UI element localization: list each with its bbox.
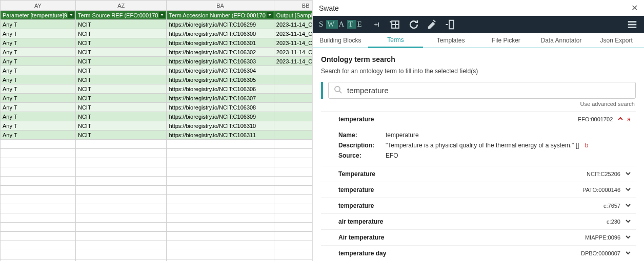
cell[interactable]: Any T [1, 84, 76, 94]
cell[interactable]: 2023-11-14_C9.xlsx [274, 29, 313, 38]
remove-column-icon[interactable] [445, 19, 456, 30]
cell[interactable]: NCIT [75, 57, 167, 66]
cell[interactable]: NCIT [75, 75, 167, 84]
table-row[interactable]: Any TNCIThttps://bioregistry.io/NCIT:C10… [1, 48, 313, 57]
cell[interactable]: NCIT [75, 29, 167, 38]
table-row[interactable]: Any TNCIThttps://bioregistry.io/NCIT:C10… [1, 94, 313, 103]
table-row[interactable]: Any TNCIThttps://bioregistry.io/NCIT:C10… [1, 20, 313, 29]
cell[interactable]: https://bioregistry.io/NCIT:C106302 [167, 48, 274, 57]
cell[interactable] [274, 84, 313, 94]
cell[interactable]: NCIT [75, 38, 167, 48]
cell[interactable]: NCIT [75, 94, 167, 103]
cell[interactable]: Any T [1, 121, 76, 130]
table-header-cell[interactable]: Term Source REF (EFO:000170 [75, 11, 167, 20]
spreadsheet[interactable]: AYAZBABBBC Parameter [temperature]9Term … [0, 0, 313, 261]
cell[interactable]: 2023-11-14_C10.xlsx [274, 38, 313, 48]
cell[interactable]: https://bioregistry.io/NCIT:C106304 [167, 66, 274, 75]
result-row[interactable]: temperaturec:7657 [321, 198, 636, 213]
table-row[interactable]: Any TNCIThttps://bioregistry.io/NCIT:C10… [1, 84, 313, 94]
cell[interactable]: Any T [1, 66, 76, 75]
cell[interactable]: NCIT [75, 121, 167, 130]
column-header[interactable]: BA [167, 1, 274, 11]
table-row[interactable]: Any TNCIThttps://bioregistry.io/NCIT:C10… [1, 103, 313, 112]
cell[interactable]: NCIT [75, 48, 167, 57]
table-header-cell[interactable]: Output [Sample Nam [274, 11, 313, 20]
cell[interactable]: NCIT [75, 84, 167, 94]
table-row[interactable]: Any TNCIThttps://bioregistry.io/NCIT:C10… [1, 112, 313, 121]
cell[interactable]: https://bioregistry.io/NCIT:C106299 [167, 20, 274, 29]
tab-terms[interactable]: Terms [368, 33, 424, 48]
cell[interactable]: Any T [1, 29, 76, 38]
column-header[interactable]: AZ [75, 1, 167, 11]
cell[interactable]: https://bioregistry.io/NCIT:C106309 [167, 112, 274, 121]
table-row[interactable]: Any TNCIThttps://bioregistry.io/NCIT:C10… [1, 121, 313, 130]
filter-dropdown-icon[interactable] [68, 12, 74, 18]
table-row[interactable]: Any TNCIThttps://bioregistry.io/NCIT:C10… [1, 75, 313, 84]
tab-building-blocks[interactable]: Building Blocks [313, 33, 368, 48]
cell[interactable] [274, 66, 313, 75]
column-header[interactable]: AY [1, 1, 76, 11]
cell[interactable]: Any T [1, 103, 76, 112]
filter-dropdown-icon[interactable] [267, 12, 273, 18]
result-row[interactable]: TemperatureNCIT:C25206 [321, 166, 636, 182]
result-row[interactable]: Air temperatureMIAPPE:0096 [321, 230, 636, 245]
add-i-icon[interactable]: +i [371, 19, 383, 30]
cell[interactable]: https://bioregistry.io/NCIT:C106308 [167, 103, 274, 112]
cell[interactable]: https://bioregistry.io/NCIT:C106307 [167, 94, 274, 103]
cell[interactable] [274, 75, 313, 84]
cell[interactable]: https://bioregistry.io/NCIT:C106300 [167, 29, 274, 38]
cell[interactable]: https://bioregistry.io/NCIT:C106301 [167, 38, 274, 48]
cell[interactable] [274, 121, 313, 130]
cell[interactable]: Any T [1, 38, 76, 48]
cell[interactable]: Any T [1, 57, 76, 66]
cell[interactable]: https://bioregistry.io/NCIT:C106305 [167, 75, 274, 84]
cell[interactable]: NCIT [75, 103, 167, 112]
cell[interactable]: 2023-11-14_C11.xlsx [274, 48, 313, 57]
table-header-cell[interactable]: Parameter [temperature]9 [1, 11, 76, 20]
cell[interactable] [274, 94, 313, 103]
table-row[interactable]: Any TNCIThttps://bioregistry.io/NCIT:C10… [1, 130, 313, 140]
search-input[interactable] [347, 86, 630, 95]
tab-json-export[interactable]: Json Export [589, 33, 644, 48]
cell[interactable]: Any T [1, 75, 76, 84]
cell[interactable] [274, 112, 313, 121]
refresh-icon[interactable] [408, 19, 419, 30]
tab-file-picker[interactable]: File Picker [478, 33, 534, 48]
cell[interactable]: Any T [1, 112, 76, 121]
cell[interactable]: NCIT [75, 130, 167, 140]
result-row[interactable]: temperaturePATO:0000146 [321, 182, 636, 198]
table-header-cell[interactable]: Term Accession Number (EFO:000170 [167, 11, 274, 20]
table-row[interactable]: Any TNCIThttps://bioregistry.io/NCIT:C10… [1, 57, 313, 66]
result-row[interactable]: air temperaturec:230 [321, 214, 636, 229]
cell[interactable]: https://bioregistry.io/NCIT:C106306 [167, 84, 274, 94]
table-row[interactable]: Any TNCIThttps://bioregistry.io/NCIT:C10… [1, 66, 313, 75]
cell[interactable]: NCIT [75, 66, 167, 75]
result-row[interactable]: temperature dayDPBO:0000007 [321, 246, 636, 261]
cell[interactable]: NCIT [75, 112, 167, 121]
cell[interactable]: 2023-11-14_C8.xlsx [274, 20, 313, 29]
column-header[interactable]: BB [274, 1, 313, 11]
annotation-b: b [585, 142, 589, 149]
close-icon[interactable]: ✕ [631, 3, 638, 13]
cell[interactable]: Any T [1, 48, 76, 57]
cell[interactable] [274, 130, 313, 140]
tab-templates[interactable]: Templates [423, 33, 478, 48]
tab-data-annotator[interactable]: Data Annotator [534, 33, 589, 48]
cell[interactable]: https://bioregistry.io/NCIT:C106310 [167, 121, 274, 130]
add-table-icon[interactable] [390, 19, 401, 30]
filter-dropdown-icon[interactable] [159, 12, 165, 18]
cell[interactable]: 2023-11-14_C7.xlsx [274, 57, 313, 66]
cell[interactable]: https://bioregistry.io/NCIT:C106303 [167, 57, 274, 66]
cell[interactable]: Any T [1, 130, 76, 140]
cell[interactable]: Any T [1, 94, 76, 103]
menu-icon[interactable] [627, 19, 638, 30]
advanced-search-link[interactable]: Use advanced search [321, 101, 635, 107]
cell[interactable]: Any T [1, 20, 76, 29]
edit-icon[interactable] [427, 19, 438, 30]
cell[interactable]: NCIT [75, 20, 167, 29]
table-row[interactable]: Any TNCIThttps://bioregistry.io/NCIT:C10… [1, 29, 313, 38]
table-row[interactable]: Any TNCIThttps://bioregistry.io/NCIT:C10… [1, 38, 313, 48]
cell[interactable]: https://bioregistry.io/NCIT:C106311 [167, 130, 274, 140]
result-row-expanded[interactable]: temperature EFO:0001702 a [321, 112, 636, 127]
cell[interactable] [274, 103, 313, 112]
